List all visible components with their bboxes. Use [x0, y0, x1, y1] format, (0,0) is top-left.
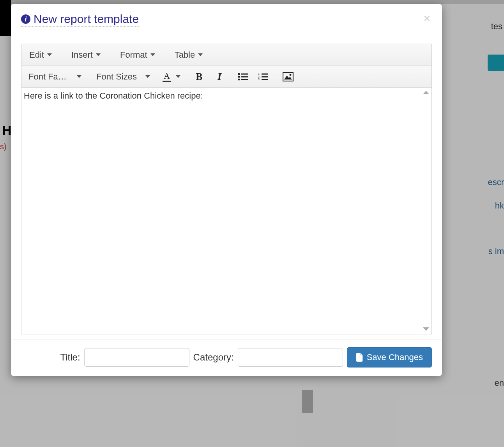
svg-rect-5	[241, 79, 248, 80]
menu-edit[interactable]: Edit	[24, 46, 57, 64]
svg-rect-1	[241, 73, 248, 74]
editor-menubar: Edit Insert Format Table	[21, 44, 431, 66]
save-icon	[356, 353, 364, 362]
italic-icon: I	[218, 71, 221, 83]
font-family-select[interactable]: Font Fa…	[24, 68, 85, 85]
menu-format-label: Format	[120, 50, 147, 60]
chevron-down-icon	[176, 75, 180, 78]
bold-button[interactable]: B	[191, 68, 208, 85]
bullet-list-button[interactable]	[234, 68, 251, 85]
new-report-template-modal: i New report template × Edit Insert	[11, 4, 442, 376]
svg-point-2	[238, 76, 240, 78]
numbered-list-button[interactable]: 1 2 3	[255, 68, 272, 85]
category-input[interactable]	[238, 348, 343, 367]
svg-rect-7	[262, 73, 268, 74]
menu-table-label: Table	[175, 50, 195, 60]
close-button[interactable]: ×	[422, 12, 432, 24]
modal-footer: Title: Category: Save Changes	[11, 339, 442, 376]
font-size-label: Font Sizes	[96, 72, 137, 82]
menu-format[interactable]: Format	[115, 46, 161, 64]
bold-icon: B	[196, 71, 202, 83]
chevron-down-icon	[198, 53, 203, 56]
svg-text:2: 2	[258, 75, 260, 78]
save-button-label: Save Changes	[367, 352, 423, 362]
font-size-select[interactable]: Font Sizes	[92, 68, 154, 85]
title-label: Title:	[60, 352, 80, 363]
title-input[interactable]	[84, 348, 189, 367]
svg-text:1: 1	[258, 72, 260, 75]
editor-canvas[interactable]: Here is a link to the Coronation Chicken…	[21, 88, 431, 334]
modal-title-text: New report template	[34, 12, 139, 26]
modal-body: Edit Insert Format Table	[11, 34, 442, 339]
insert-image-button[interactable]	[279, 68, 297, 85]
italic-button[interactable]: I	[211, 68, 228, 85]
font-family-label: Font Fa…	[28, 72, 67, 82]
save-changes-button[interactable]: Save Changes	[347, 347, 432, 367]
chevron-down-icon	[96, 53, 101, 56]
chevron-down-icon	[47, 53, 52, 56]
svg-point-4	[238, 78, 240, 80]
scroll-down-icon[interactable]	[423, 327, 429, 331]
svg-text:3: 3	[258, 78, 260, 81]
info-icon: i	[21, 14, 30, 24]
text-color-icon: A	[163, 72, 171, 82]
svg-marker-13	[284, 76, 292, 80]
svg-rect-3	[241, 76, 248, 77]
menu-insert-label: Insert	[71, 50, 93, 60]
svg-rect-9	[262, 76, 268, 77]
svg-rect-12	[283, 72, 293, 81]
chevron-down-icon	[150, 53, 155, 56]
svg-rect-11	[262, 79, 268, 80]
modal-title-link[interactable]: i New report template	[21, 12, 139, 27]
menu-edit-label: Edit	[29, 50, 44, 60]
chevron-down-icon	[145, 75, 150, 78]
text-color-button[interactable]: A	[159, 68, 184, 85]
menu-insert[interactable]: Insert	[66, 46, 106, 64]
image-icon	[283, 72, 294, 81]
category-label: Category:	[193, 352, 234, 363]
bullet-list-icon	[238, 72, 248, 81]
modal-header: i New report template ×	[11, 4, 442, 34]
numbered-list-icon: 1 2 3	[258, 72, 268, 81]
rich-text-editor: Edit Insert Format Table	[21, 44, 432, 334]
editor-toolbar: Font Fa… Font Sizes A	[21, 66, 431, 88]
svg-point-0	[238, 73, 240, 75]
menu-table[interactable]: Table	[169, 46, 209, 64]
editor-content[interactable]: Here is a link to the Coronation Chicken…	[24, 90, 429, 332]
chevron-down-icon	[77, 75, 81, 78]
scroll-up-icon[interactable]	[423, 91, 429, 94]
close-icon: ×	[423, 12, 430, 25]
svg-point-14	[290, 74, 292, 76]
